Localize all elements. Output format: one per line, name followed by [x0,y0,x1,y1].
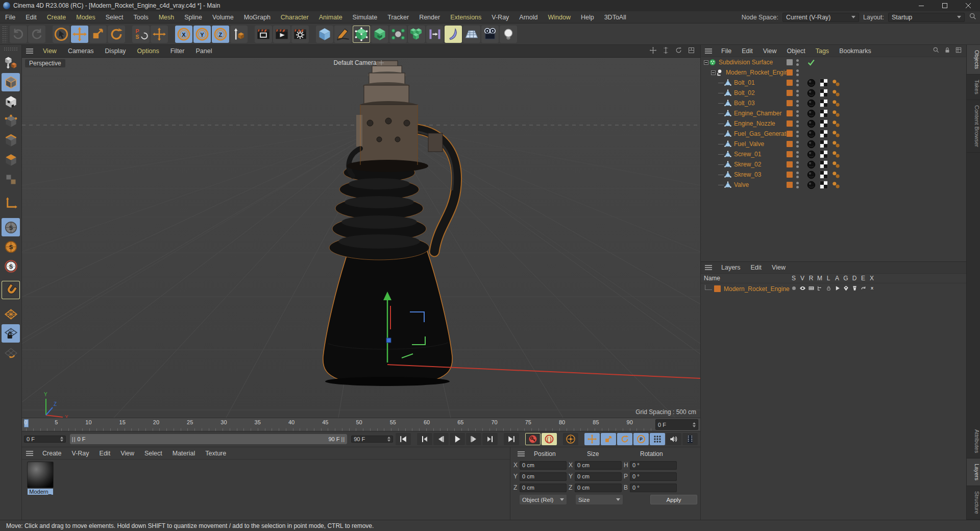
make-editable-button[interactable] [2,54,20,72]
camera-button[interactable] [481,26,499,43]
object-row[interactable]: Fuel_Gas_Generator [701,129,966,139]
layers-menu-icon[interactable] [705,265,712,270]
menu-item-view[interactable]: View [115,450,139,457]
visibility-dots-icon[interactable] [796,59,799,66]
eye-toggle[interactable] [798,285,806,292]
visibility-dots-icon[interactable] [796,131,799,137]
object-row[interactable]: Fuel_Valve [701,139,966,149]
layer-color-swatch[interactable] [787,69,793,76]
material-tag-icon[interactable] [807,130,816,138]
visibility-dots-icon[interactable] [796,110,799,117]
layout-select[interactable]: Startup [888,13,965,22]
layer-color-swatch[interactable] [787,80,793,86]
object-row[interactable]: Modern_Rocket_Engine [701,67,966,78]
workplane-axis-button[interactable] [2,194,20,212]
play-button[interactable] [450,433,465,445]
bend-deformer-button[interactable] [445,26,462,43]
viewport-view-label[interactable]: Perspective [25,59,65,67]
lock-button[interactable] [944,46,951,55]
edge-mode-button[interactable] [2,131,20,150]
coord-value-field[interactable]: 0 cm [520,461,567,470]
uvw-tag-icon[interactable] [820,119,828,128]
menu-item-select[interactable]: Select [139,450,167,457]
coordinates-menu-icon[interactable] [518,451,525,456]
coord-value-field[interactable]: 0 ° [630,461,677,470]
layer-color-swatch[interactable] [787,110,793,116]
snap-3d-button[interactable]: S [2,257,20,275]
keying-settings-button[interactable] [563,433,578,445]
search-icon[interactable] [969,12,977,22]
phong-tag-icon[interactable] [832,171,840,179]
object-name[interactable]: Valve [734,181,749,188]
menu-item-v-ray[interactable]: V-Ray [486,14,514,21]
menu-item-window[interactable]: Window [543,14,575,21]
material-tag-icon[interactable] [807,79,816,87]
instance-button[interactable] [371,26,388,43]
object-name[interactable]: Bolt_03 [734,100,755,107]
menu-item-material[interactable]: Material [167,450,200,457]
phong-tag-icon[interactable] [832,140,840,148]
material-preview-sphere[interactable] [27,462,54,488]
material-tag-icon[interactable] [807,89,816,98]
layer-color-swatch[interactable] [714,285,721,292]
menu-item-edit[interactable]: Edit [737,47,758,55]
menu-item-spline[interactable]: Spline [179,14,207,21]
s-dot-toggle[interactable] [790,285,798,292]
uvw-tag-icon[interactable] [820,181,828,189]
visibility-dots-icon[interactable] [796,151,799,158]
workplane-button[interactable] [2,305,20,323]
environment-button[interactable] [463,26,480,43]
menu-item-object[interactable]: Object [782,47,811,55]
phong-tag-icon[interactable] [832,181,840,189]
object-name[interactable]: Skrew_03 [734,171,761,178]
visibility-dots-icon[interactable] [796,172,799,178]
menu-item-filter[interactable]: Filter [165,47,190,55]
material-tag-icon[interactable] [807,119,816,128]
menu-item-mesh[interactable]: Mesh [154,14,180,21]
point-mode-button[interactable] [2,112,20,130]
phong-tag-icon[interactable] [832,130,840,138]
light-button[interactable] [500,26,517,43]
object-name[interactable]: Bolt_01 [734,79,755,86]
generator-toggle[interactable] [842,285,850,292]
material-tag-icon[interactable] [807,99,816,108]
menu-item-options[interactable]: Options [132,47,165,55]
menu-item-select[interactable]: Select [101,14,129,21]
texture-mode-button[interactable] [2,92,20,111]
panel-tab-layers[interactable]: Layers [967,458,980,486]
object-name[interactable]: Bolt_02 [734,89,755,96]
play-small-toggle[interactable] [833,285,841,292]
material-tag-icon[interactable] [807,160,816,169]
goto-start-button[interactable] [396,433,411,445]
menu-item-3dtoall[interactable]: 3DToAll [599,14,631,21]
panel-tab-content-browser[interactable]: Content Browser [967,100,980,153]
menu-item-arnold[interactable]: Arnold [514,14,543,21]
panel-tab-takes[interactable]: Takes [967,75,980,100]
search-button[interactable] [933,46,940,55]
cluster-button[interactable] [389,26,407,43]
menu-item-modes[interactable]: Modes [71,14,101,21]
object-row[interactable]: Subdivision Surface [701,57,966,67]
axis-move-button[interactable] [151,26,168,43]
menu-item-create[interactable]: Create [37,450,67,457]
menu-item-volume[interactable]: Volume [207,14,239,21]
material-tag-icon[interactable] [807,140,816,149]
menu-item-view[interactable]: View [758,47,782,55]
timeline-ruler[interactable]: 051015202530354045505560657075808590 0 F [22,418,700,431]
object-name[interactable]: Engine_Chamber [734,110,781,117]
redo-button[interactable] [28,26,45,43]
menu-item-layers[interactable]: Layers [716,264,746,271]
rotate-workplane-button[interactable] [2,344,20,362]
key-pla-button[interactable] [650,433,665,445]
layer-color-swatch[interactable] [787,131,793,137]
render-preview-button[interactable] [682,433,698,445]
visibility-dots-icon[interactable] [796,100,799,107]
menu-item-file[interactable]: File [0,14,20,21]
size-mode-select[interactable]: Size [576,495,623,504]
coord-value-field[interactable]: 0 ° [630,472,677,481]
close-button[interactable] [957,0,980,11]
phong-tag-icon[interactable] [832,160,840,168]
coord-value-field[interactable]: 0 cm [520,484,567,492]
material-tag-icon[interactable] [807,181,816,189]
layer-color-swatch[interactable] [787,100,793,106]
